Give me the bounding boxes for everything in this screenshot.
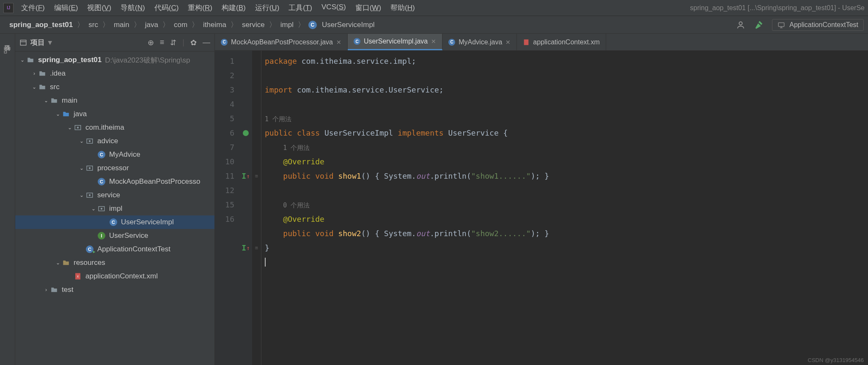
structure-icon[interactable] <box>3 46 12 55</box>
code-line[interactable] <box>265 183 868 198</box>
close-icon[interactable]: ✕ <box>431 38 436 45</box>
editor-tab[interactable]: CMyAdvice.java✕ <box>442 34 517 50</box>
project-tree: ⌄spring_aop_test01D:\java2023破解\Spring\s… <box>15 52 214 298</box>
tree-item[interactable]: ⌄impl <box>15 202 214 215</box>
menu-item[interactable]: 构建(B) <box>222 3 246 13</box>
run-config-selector[interactable]: ApplicationContextTest <box>772 19 864 31</box>
svg-point-9 <box>89 140 91 142</box>
tree-item[interactable]: CMockAopBeanPostProcesso <box>15 175 214 188</box>
expand-all-icon[interactable]: ≡ <box>160 38 165 47</box>
menu-item[interactable]: 窗口(W) <box>355 3 381 13</box>
svg-rect-1 <box>778 22 784 26</box>
svg-rect-3 <box>8 47 10 49</box>
tree-root[interactable]: ⌄spring_aop_test01D:\java2023破解\Spring\s… <box>15 53 214 67</box>
code-line[interactable]: import com.itheima.service.UserService; <box>265 83 868 97</box>
menu-item[interactable]: VCS(S) <box>321 3 346 13</box>
watermark: CSDN @y3131954546 <box>808 357 864 363</box>
build-icon[interactable] <box>753 19 765 31</box>
settings-icon[interactable]: ✿ <box>190 38 197 47</box>
svg-rect-19 <box>524 39 529 45</box>
tab-label: MyAdvice.java <box>459 38 502 46</box>
editor-tabs: CMockAopBeanPostProcessor.java✕CUserServ… <box>215 34 868 51</box>
svg-point-7 <box>77 127 79 129</box>
window-title: spring_aop_test01 [...\Spring\spring_aop… <box>690 4 865 12</box>
tree-item[interactable]: ⌄resources <box>15 256 214 270</box>
breadcrumb: spring_aop_test01〉src〉main〉java〉com〉ithe… <box>8 20 376 30</box>
tree-item[interactable]: CUserServiceImpl <box>15 215 214 229</box>
tree-item[interactable]: CMyAdvice <box>15 148 214 161</box>
panel-dropdown-icon[interactable]: ▾ <box>48 38 52 47</box>
breadcrumb-item[interactable]: main <box>113 21 130 29</box>
code-line[interactable]: public void show2() { System.out.println… <box>265 226 868 241</box>
chevron-icon: 〉 <box>192 20 199 30</box>
tree-item[interactable]: ⌄processor <box>15 161 214 175</box>
tree-item[interactable]: ⌄main <box>15 94 214 107</box>
editor-tab[interactable]: CUserServiceImpl.java✕ <box>348 34 442 50</box>
menu-item[interactable]: 帮助(H) <box>390 3 415 13</box>
code-line[interactable] <box>265 97 868 112</box>
hide-icon[interactable]: — <box>203 38 210 47</box>
code-line[interactable]: package com.itheima.service.impl; <box>265 54 868 68</box>
menu-item[interactable]: 重构(R) <box>188 3 212 13</box>
code-content[interactable]: package com.itheima.service.impl;import … <box>261 51 868 365</box>
chevron-icon: 〉 <box>134 20 141 30</box>
tree-item[interactable]: IUserService <box>15 229 214 242</box>
svg-text:X: X <box>77 275 79 278</box>
breadcrumb-current[interactable]: UserServiceImpl <box>321 21 376 29</box>
gutter-icons: I↑I↑ <box>239 51 252 365</box>
code-line[interactable]: @Override <box>265 155 868 169</box>
panel-title-text: 项目 <box>30 38 45 47</box>
code-line[interactable] <box>265 255 868 270</box>
user-icon[interactable] <box>735 19 747 31</box>
menu-item[interactable]: 编辑(E) <box>54 3 78 13</box>
panel-header: 项目 ▾ ⊕ ≡ ⇵ | ✿ — <box>15 34 214 52</box>
collapse-all-icon[interactable]: ⇵ <box>170 38 176 47</box>
select-opened-icon[interactable]: ⊕ <box>148 38 154 47</box>
editor-tab[interactable]: applicationContext.xm <box>517 34 606 50</box>
project-tool-tab[interactable]: 项目 <box>2 37 13 44</box>
breadcrumb-item[interactable]: com <box>173 21 188 29</box>
tab-label: UserServiceImpl.java <box>364 38 428 45</box>
code-line[interactable]: } <box>265 241 868 255</box>
tree-item[interactable]: ⌄java <box>15 107 214 121</box>
svg-point-15 <box>101 208 103 210</box>
menu-items: 文件(F)编辑(E)视图(V)导航(N)代码(C)重构(R)构建(B)运行(U)… <box>21 3 415 13</box>
svg-rect-5 <box>20 40 26 45</box>
tree-item[interactable]: C▸ApplicationContextTest <box>15 242 214 256</box>
menu-item[interactable]: 文件(F) <box>21 3 45 13</box>
svg-point-11 <box>89 167 91 169</box>
code-line[interactable]: public void show1() { System.out.println… <box>265 169 868 183</box>
tree-item[interactable]: ⌄src <box>15 80 214 94</box>
tree-item[interactable]: ›.idea <box>15 67 214 80</box>
svg-rect-4 <box>4 51 6 53</box>
menu-item[interactable]: 工具(T) <box>288 3 312 13</box>
tree-item[interactable]: ⌄com.itheima <box>15 121 214 134</box>
run-config-name: ApplicationContextTest <box>789 21 858 29</box>
menu-item[interactable]: 导航(N) <box>121 3 145 13</box>
editor-area: CMockAopBeanPostProcessor.java✕CUserServ… <box>215 34 868 365</box>
breadcrumb-item[interactable]: itheima <box>202 21 227 29</box>
breadcrumb-item[interactable]: service <box>241 21 266 29</box>
editor-tab[interactable]: CMockAopBeanPostProcessor.java✕ <box>215 34 348 50</box>
tree-item[interactable]: ›test <box>15 283 214 297</box>
code-line[interactable]: 0 个用法 <box>265 198 868 212</box>
tree-item[interactable]: ⌄service <box>15 188 214 202</box>
code-line[interactable]: public class UserServiceImpl implements … <box>265 126 868 140</box>
code-line[interactable]: @Override <box>265 212 868 226</box>
code-line[interactable] <box>265 68 868 83</box>
code-line[interactable]: 1 个用法 <box>265 112 868 126</box>
close-icon[interactable]: ✕ <box>505 39 511 46</box>
code-line[interactable]: 1 个用法 <box>265 140 868 155</box>
breadcrumb-item[interactable]: src <box>88 21 99 29</box>
breadcrumb-item[interactable]: java <box>144 21 159 29</box>
tree-item[interactable]: ⌄advice <box>15 134 214 148</box>
breadcrumb-item[interactable]: spring_aop_test01 <box>8 21 74 29</box>
breadcrumb-item[interactable]: impl <box>280 21 294 29</box>
chevron-icon: 〉 <box>162 20 170 30</box>
tree-item[interactable]: XapplicationContext.xml <box>15 270 214 283</box>
close-icon[interactable]: ✕ <box>336 39 341 46</box>
menu-item[interactable]: 代码(C) <box>154 3 179 13</box>
menu-item[interactable]: 运行(U) <box>255 3 280 13</box>
menu-item[interactable]: 视图(V) <box>87 3 111 13</box>
menubar: IJ 文件(F)编辑(E)视图(V)导航(N)代码(C)重构(R)构建(B)运行… <box>0 0 868 16</box>
